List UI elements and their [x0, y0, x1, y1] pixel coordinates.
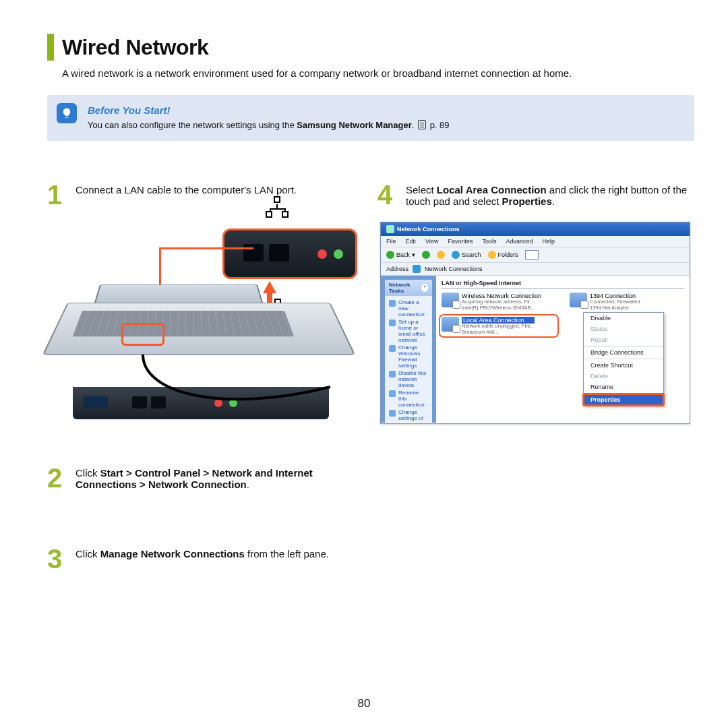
menu-view[interactable]: View — [425, 238, 438, 245]
step-number: 2 — [47, 464, 66, 491]
page-title: Wired Network — [62, 35, 208, 60]
menu-file[interactable]: File — [386, 238, 396, 245]
menu-tools[interactable]: Tools — [482, 238, 496, 245]
infobox-page-ref: p. 89 — [430, 120, 450, 130]
window-menubar: File Edit View Favorites Tools Advanced … — [381, 236, 690, 247]
connection-icon — [442, 293, 459, 307]
collapse-icon[interactable]: ˄ — [421, 284, 428, 292]
address-bar: Address Network Connections — [381, 263, 690, 276]
infobox-title: Before You Start! — [88, 104, 682, 116]
lightbulb-icon — [57, 103, 77, 123]
menu-edit[interactable]: Edit — [406, 238, 417, 245]
task-link[interactable]: Set up a home or small office network — [389, 318, 428, 344]
lan-port-zoom — [222, 229, 357, 279]
up-button[interactable] — [437, 251, 445, 259]
step-number: 4 — [377, 181, 396, 208]
infobox-text-post: . — [412, 120, 417, 130]
ctx-bridge[interactable]: Bridge Connections — [584, 347, 663, 358]
window-content: LAN or High-Speed Internet Wireless Netw… — [436, 276, 690, 423]
step-3: 3 Click Manage Network Connections from … — [47, 545, 364, 572]
task-link[interactable]: Rename this connection — [389, 389, 428, 408]
network-tasks-panel: Network Tasks˄ Create a new connection S… — [385, 280, 432, 423]
task-link[interactable]: Change Windows Firewall settings — [389, 344, 428, 369]
window-toolbar: Back ▾ Search Folders — [381, 247, 690, 263]
ctx-rename[interactable]: Rename — [584, 382, 663, 392]
step-1: 1 Connect a LAN cable to the computer's … — [47, 181, 364, 208]
lan-cable — [142, 353, 344, 434]
infobox-text-bold: Samsung Network Manager — [297, 120, 412, 130]
step-2: 2 Click Start > Control Panel > Network … — [47, 464, 364, 491]
step-number: 3 — [47, 545, 66, 572]
menu-advanced[interactable]: Advanced — [506, 238, 533, 245]
connection-wireless[interactable]: Wireless Network ConnectionAcquiring net… — [442, 293, 556, 311]
ctx-properties[interactable]: Properties — [584, 394, 663, 405]
ctx-delete: Delete — [584, 371, 663, 382]
back-button[interactable]: Back ▾ — [386, 251, 415, 259]
network-icon — [263, 196, 290, 223]
forward-button[interactable] — [422, 251, 430, 259]
ctx-shortcut[interactable]: Create Shortcut — [584, 360, 663, 371]
step-2-text: Click Start > Control Panel > Network an… — [75, 464, 364, 491]
intro-text: A wired network is a network environment… — [62, 67, 694, 79]
window-titlebar: Network Connections — [381, 222, 690, 236]
infobox-text-pre: You can also configure the network setti… — [88, 120, 297, 130]
task-link[interactable]: Change settings of this connection — [389, 408, 428, 423]
task-link[interactable]: Disable this network device — [389, 369, 428, 389]
connection-icon — [570, 293, 587, 307]
ctx-disable[interactable]: Disable — [584, 313, 663, 324]
views-button[interactable] — [525, 250, 539, 260]
ctx-repair: Repair — [584, 334, 663, 345]
connection-local-area[interactable]: Local Area ConnectionNetwork cable unplu… — [442, 317, 556, 336]
window-title-text: Network Connections — [397, 226, 460, 233]
window-icon — [386, 225, 394, 233]
heading-accent-bar — [47, 34, 54, 61]
connection-icon — [442, 317, 459, 332]
context-menu: Disable Status Repair Bridge Connections… — [583, 312, 664, 406]
search-button[interactable]: Search — [452, 251, 481, 259]
step-number: 1 — [47, 181, 66, 208]
address-icon — [413, 265, 421, 273]
group-heading: LAN or High-Speed Internet — [442, 280, 684, 289]
task-link[interactable]: Create a new connection — [389, 299, 428, 318]
lan-port-highlight — [121, 323, 164, 346]
panel-heading: Network Tasks — [389, 282, 421, 294]
menu-help[interactable]: Help — [542, 238, 555, 245]
step-4-text: Select Local Area Connection and click t… — [406, 181, 694, 208]
page-ref-icon — [418, 120, 426, 129]
infobox-body: You can also configure the network setti… — [88, 120, 682, 130]
address-label: Address — [386, 266, 408, 272]
before-you-start-box: Before You Start! You can also configure… — [47, 95, 694, 141]
network-connections-window: Network Connections File Edit View Favor… — [380, 222, 690, 424]
menu-favorites[interactable]: Favorites — [448, 238, 473, 245]
address-value[interactable]: Network Connections — [425, 266, 684, 272]
page-number: 80 — [0, 697, 728, 710]
folders-button[interactable]: Folders — [488, 251, 518, 259]
step-3-text: Click Manage Network Connections from th… — [75, 545, 329, 572]
connection-1394[interactable]: 1394 ConnectionConnected, Firewalled1394… — [570, 293, 684, 311]
laptop-lan-figure — [67, 222, 357, 444]
step-4: 4 Select Local Area Connection and click… — [377, 181, 694, 208]
ctx-status: Status — [584, 324, 663, 334]
window-sidebar: Network Tasks˄ Create a new connection S… — [381, 276, 436, 423]
